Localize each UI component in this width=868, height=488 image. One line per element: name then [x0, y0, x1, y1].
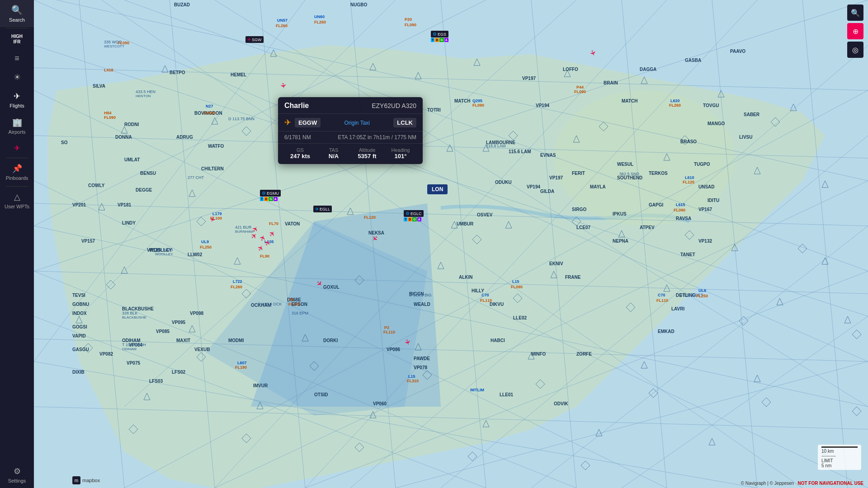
flight-eta: ETA 17:05Z in 7h11m / 1775 NM: [338, 134, 416, 141]
airport-sgw[interactable]: ✈ SGW: [245, 36, 264, 43]
fl-label-un60: UN60: [314, 14, 325, 19]
fl-label-fl090: FL090: [118, 41, 129, 45]
nav-bnn: D 113.75 BNN: [228, 117, 255, 121]
not-nav-text: NOT FOR NAVIGATIONAL USE: [797, 481, 863, 486]
flight-popup-route: ✈ EGGW Origin Taxi LCLK: [278, 114, 423, 131]
fl-label-fl110: FL110: [288, 302, 300, 306]
fl-label-fl110d: FL110: [656, 298, 668, 303]
fl-label-fl090c: FL090: [405, 23, 416, 27]
flight-origin[interactable]: EGGW: [295, 118, 321, 127]
airport-eglc[interactable]: ⚙ EGLC T D G A: [404, 210, 424, 221]
flight-destination[interactable]: LCLK: [393, 118, 416, 127]
map-attribution: © Navigraph | © Jeppesen NOT FOR NAVIGAT…: [741, 481, 863, 486]
fl-label-n27: N27: [206, 104, 213, 108]
sidebar-item-user-wpts[interactable]: △ User WPTs: [0, 188, 34, 214]
fl-label-fl250: FL250: [200, 245, 212, 249]
attribution-text: © Navigraph | © Jeppesen: [741, 481, 794, 486]
fl-label-l105: L105: [264, 239, 274, 244]
settings-icon: ⚙: [14, 466, 21, 476]
fl-label-fl260d: FL260: [231, 285, 242, 289]
gs-label: GS: [297, 147, 304, 153]
user-wpts-icon: △: [14, 192, 20, 202]
search-button[interactable]: 🔍: [847, 5, 863, 21]
nav-lam: 115.6 LAM: [486, 144, 506, 148]
nav-blk: 328 BLK BLACKBUSHE: [122, 311, 146, 319]
nav-bur: 421 BUR BURNHAM: [235, 225, 253, 234]
fl-label-fl260: FL260: [276, 23, 288, 28]
nav-epm: 316 EPM: [292, 311, 308, 315]
map-area[interactable]: BUZAD NUGBO HEMEL BETPO BOVINGDON RODNI …: [34, 0, 868, 488]
flight-popup-eta: 6/1781 NM ETA 17:05Z in 7h11m / 1775 NM: [278, 131, 423, 144]
plane-icon: ✈: [284, 117, 291, 127]
altitude-label: Altitude: [359, 147, 376, 153]
fl-label-c70b: C70: [658, 293, 665, 297]
fl-label-l722: L722: [233, 279, 242, 284]
fl-label-p20: P20: [405, 17, 412, 22]
fl-label-fl080: FL080: [203, 111, 215, 115]
fl-label-fl090e: FL090: [574, 89, 586, 94]
nav-wod: 352 WOD WOOLLEY: [155, 248, 173, 256]
fl-label-fl120b: FL120: [364, 215, 376, 220]
fl-label-lle02: L15: [512, 279, 519, 284]
lon-text: LON: [432, 186, 443, 192]
sidebar-item-layers[interactable]: ≡: [0, 49, 34, 68]
airport-egs[interactable]: ⚙ EGS T D G A: [431, 31, 448, 42]
scale-nm: 5 nm: [821, 463, 858, 468]
nav-henton: 433.5 HEN HENTON: [136, 89, 156, 98]
fl-label-fl090b: FL090: [104, 115, 116, 120]
sidebar-item-airports[interactable]: 🏢 Airports: [0, 113, 34, 139]
sidebar-label-user-wpts: User WPTs: [5, 204, 29, 209]
fl-label-l610: L610: [685, 175, 694, 180]
pinboards-icon: 📌: [12, 164, 22, 174]
sidebar-label-search: Search: [9, 17, 25, 23]
map-controls: 🔍 ⊕ ◎: [847, 5, 863, 58]
sidebar-item-brightness[interactable]: ☀: [0, 68, 34, 87]
filter-icon: ✈: [14, 144, 20, 152]
fl-label-fl120: FL120: [683, 180, 694, 184]
scale-limit: ─────: [821, 454, 858, 458]
scale-km: 10 km: [821, 449, 858, 454]
sidebar-item-pinboards[interactable]: 📌 Pinboards: [0, 159, 34, 185]
sidebar-item-filter[interactable]: ✈: [0, 139, 34, 157]
sidebar-divider-1: [6, 28, 28, 28]
sidebar-label-settings: Settings: [8, 478, 26, 483]
nav-snd: 362.5 SND: [619, 172, 639, 176]
stat-gs: GS 247 kts: [284, 147, 316, 160]
flight-popup-stats: GS 247 kts TAS N/A Altitude 5357 ft Head…: [278, 144, 423, 164]
flight-popup: Charlie EZY62UD A320 ✈ EGGW Origin Taxi …: [278, 97, 423, 164]
fl-label-p44: P44: [576, 85, 584, 89]
airport-egmu[interactable]: ⚙ EGMU T D G A: [260, 190, 281, 201]
heading-label: Heading: [392, 147, 410, 153]
sidebar-item-flights[interactable]: ✈ Flights: [0, 87, 34, 113]
fl-label-un57: UN57: [277, 18, 288, 23]
zoom-button[interactable]: ⊕: [847, 23, 863, 39]
stat-tas: TAS N/A: [318, 147, 349, 160]
fl-label-fl250b: FL250: [696, 294, 708, 298]
fl-label-fl70: FL70: [269, 221, 278, 226]
fl-label-fl190: FL190: [235, 365, 247, 370]
tas-label: TAS: [329, 147, 339, 153]
tas-value: N/A: [329, 153, 339, 160]
search-icon: 🔍: [11, 5, 23, 15]
mapbox-icon: m: [72, 476, 80, 484]
map-scale: 10 km ───── LIMIT 5 nm: [818, 445, 861, 470]
fl-label-h84: H84: [104, 111, 112, 115]
mapbox-logo: m mapbox: [72, 476, 100, 484]
sidebar-item-high-ifr[interactable]: HIGHIFR: [0, 29, 34, 49]
stat-heading: Heading 101°: [385, 147, 416, 160]
fl-label-l15: L15: [408, 374, 415, 379]
high-ifr-label: HIGHIFR: [11, 34, 23, 45]
flight-distance: 6/1781 NM: [284, 134, 311, 141]
lon-badge: LON: [427, 184, 448, 194]
fl-label-fl260c: FL260: [669, 103, 681, 108]
fl-label-imtlim: IMTLIM: [470, 388, 484, 392]
airport-egll[interactable]: ✈ EGLL: [313, 206, 332, 212]
gs-value: 247 kts: [290, 153, 310, 160]
fl-label-fl100: FL100: [210, 216, 222, 221]
nav-big: D 115.1 BIG: [409, 293, 432, 297]
sidebar-item-settings[interactable]: ⚙ Settings: [0, 462, 34, 488]
fl-label-fl90b: FL090: [511, 285, 523, 289]
location-button[interactable]: ◎: [847, 42, 863, 58]
map-svg: [34, 0, 868, 488]
sidebar-item-search[interactable]: 🔍 Search: [0, 0, 34, 27]
